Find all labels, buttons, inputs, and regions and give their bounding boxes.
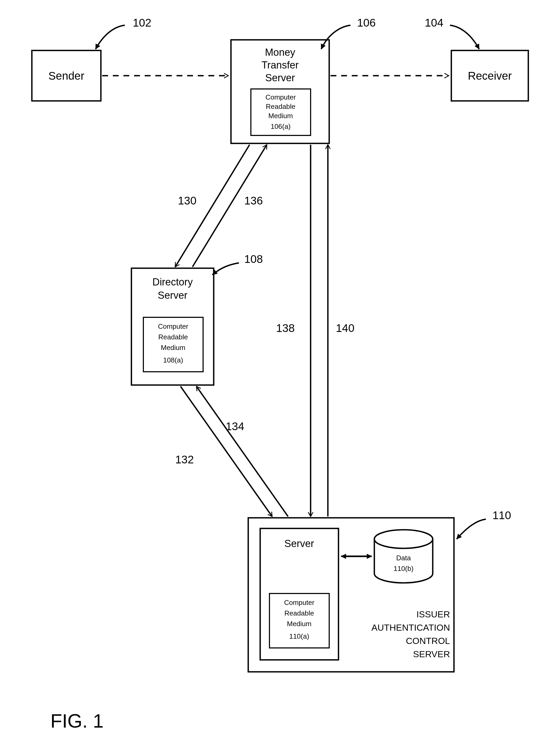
svg-text:Directory: Directory: [152, 277, 193, 288]
ds-acs-arrows: 134 132: [175, 386, 288, 517]
svg-text:106: 106: [357, 16, 376, 29]
issuer-auth-server-box: Server Computer Readable Medium 110(a) D…: [248, 518, 454, 672]
svg-text:104: 104: [425, 16, 443, 29]
issuer-ref: 110: [457, 509, 511, 539]
svg-text:Transfer: Transfer: [261, 60, 299, 71]
mts-ds-arrows: 130 136: [175, 145, 267, 267]
svg-text:Computer: Computer: [265, 93, 296, 101]
receiver-ref: 104: [425, 16, 479, 49]
svg-text:134: 134: [226, 420, 244, 433]
svg-text:110(b): 110(b): [393, 564, 413, 573]
svg-line-43: [180, 386, 272, 517]
directory-server-ref: 108: [212, 253, 263, 275]
svg-text:Readable: Readable: [284, 609, 314, 617]
svg-text:110(a): 110(a): [289, 632, 309, 640]
svg-text:Server: Server: [284, 538, 314, 549]
svg-line-44: [196, 386, 288, 517]
money-transfer-server-box: Money Transfer Server Computer Readable …: [231, 40, 329, 143]
sender-label: Sender: [48, 70, 84, 82]
svg-text:108: 108: [244, 253, 263, 265]
svg-text:Medium: Medium: [268, 112, 293, 120]
mts-acs-arrows: 138 140: [276, 145, 354, 517]
svg-text:108(a): 108(a): [163, 356, 183, 364]
svg-text:Server: Server: [265, 72, 295, 83]
receiver-label: Receiver: [468, 70, 512, 82]
svg-text:SERVER: SERVER: [413, 649, 450, 659]
svg-text:140: 140: [336, 322, 354, 334]
svg-text:136: 136: [244, 195, 263, 207]
svg-text:102: 102: [133, 16, 151, 29]
svg-point-31: [374, 530, 433, 548]
svg-text:132: 132: [175, 453, 194, 466]
svg-text:Computer: Computer: [158, 322, 188, 330]
svg-text:Server: Server: [158, 290, 187, 301]
svg-rect-23: [248, 518, 454, 672]
svg-text:110: 110: [492, 509, 511, 522]
svg-text:ISSUER: ISSUER: [416, 609, 450, 619]
svg-text:Readable: Readable: [266, 102, 295, 110]
svg-text:106(a): 106(a): [270, 123, 291, 130]
svg-text:130: 130: [178, 195, 196, 207]
svg-text:138: 138: [276, 322, 295, 334]
directory-server-box: Directory Server Computer Readable Mediu…: [132, 268, 214, 385]
figure-label: FIG. 1: [51, 710, 103, 732]
sender-box: Sender: [32, 51, 101, 101]
svg-text:AUTHENTICATION: AUTHENTICATION: [372, 622, 450, 632]
svg-text:Computer: Computer: [284, 599, 314, 606]
svg-text:Readable: Readable: [158, 333, 188, 341]
svg-text:Medium: Medium: [287, 620, 311, 628]
issuer-data-db-icon: Data 110(b): [374, 530, 433, 583]
svg-text:CONTROL: CONTROL: [406, 636, 450, 646]
svg-text:Medium: Medium: [161, 344, 185, 352]
receiver-box: Receiver: [451, 51, 528, 101]
svg-text:Data: Data: [396, 554, 411, 562]
sender-ref: 102: [96, 16, 151, 49]
svg-text:Money: Money: [265, 47, 295, 58]
